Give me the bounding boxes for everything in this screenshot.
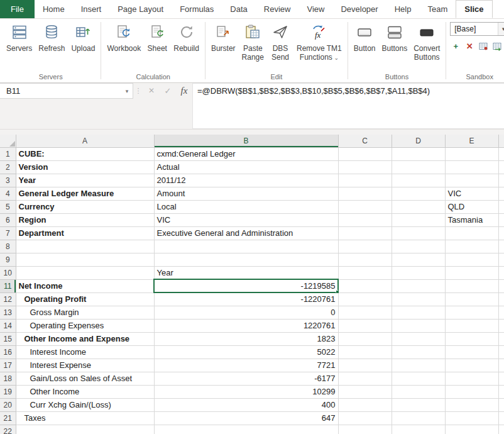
- cell-F22[interactable]: [498, 425, 504, 434]
- cell-C18[interactable]: [338, 372, 392, 385]
- cell-D4[interactable]: [392, 187, 445, 200]
- cell-C11[interactable]: [338, 279, 392, 292]
- cell-A12[interactable]: Operating Profit: [16, 292, 154, 306]
- row-header-5[interactable]: 5: [0, 200, 16, 213]
- cell-C4[interactable]: [338, 187, 392, 200]
- cell-B19[interactable]: 10299: [154, 385, 338, 398]
- row-header-18[interactable]: 18: [0, 372, 16, 385]
- cell-F4[interactable]: [498, 187, 504, 200]
- cell-D17[interactable]: [392, 359, 445, 372]
- ribbon-button-buttons[interactable]: Buttons: [379, 19, 411, 53]
- cell-F17[interactable]: [498, 359, 504, 372]
- ribbon-tab-review[interactable]: Review: [256, 0, 299, 18]
- ribbon-tab-file[interactable]: File: [0, 0, 35, 18]
- cell-B21[interactable]: 647: [154, 411, 338, 425]
- cell-D22[interactable]: [392, 425, 445, 434]
- cell-E20[interactable]: [445, 398, 498, 411]
- cell-D12[interactable]: [392, 292, 445, 306]
- cell-E18[interactable]: [445, 372, 498, 385]
- cell-B18[interactable]: -6177: [154, 372, 338, 385]
- cell-A19[interactable]: Other Income: [16, 385, 154, 398]
- ribbon-tab-view[interactable]: View: [299, 0, 332, 18]
- cancel-icon[interactable]: ✕: [143, 83, 160, 99]
- cell-B10[interactable]: Year: [154, 266, 338, 279]
- cell-F9[interactable]: [498, 253, 504, 266]
- cell-A5[interactable]: Currency: [16, 200, 154, 213]
- ribbon-button-sheet[interactable]: Sheet: [144, 19, 170, 53]
- cell-C1[interactable]: [338, 147, 392, 160]
- add-icon[interactable]: +: [450, 40, 461, 52]
- cell-F10[interactable]: [498, 266, 504, 279]
- cell-B20[interactable]: 400: [154, 398, 338, 411]
- cell-A16[interactable]: Interest Income: [16, 345, 154, 359]
- cell-B2[interactable]: Actual: [154, 160, 338, 174]
- cell-C14[interactable]: [338, 319, 392, 332]
- cell-A1[interactable]: CUBE:: [16, 147, 154, 160]
- cell-F21[interactable]: [498, 411, 504, 425]
- cell-A6[interactable]: Region: [16, 213, 154, 226]
- cell-D16[interactable]: [392, 345, 445, 359]
- record-sandbox-icon[interactable]: [478, 40, 489, 52]
- column-header-f[interactable]: F: [498, 135, 504, 147]
- cell-E2[interactable]: [445, 160, 498, 174]
- column-header-e[interactable]: E: [445, 135, 498, 147]
- column-header-a[interactable]: A: [16, 135, 154, 147]
- cell-B4[interactable]: Amount: [154, 187, 338, 200]
- cell-D3[interactable]: [392, 174, 445, 187]
- row-header-15[interactable]: 15: [0, 332, 16, 345]
- cell-C19[interactable]: [338, 385, 392, 398]
- ribbon-button-burster[interactable]: Burster: [208, 19, 239, 53]
- row-header-1[interactable]: 1: [0, 147, 16, 160]
- row-header-13[interactable]: 13: [0, 306, 16, 319]
- select-all-corner[interactable]: [0, 135, 16, 147]
- cell-C5[interactable]: [338, 200, 392, 213]
- cell-A14[interactable]: Operating Expenses: [16, 319, 154, 332]
- cell-B1[interactable]: cxmd:General Ledger: [154, 147, 338, 160]
- row-header-9[interactable]: 9: [0, 253, 16, 266]
- cell-C3[interactable]: [338, 174, 392, 187]
- cell-C10[interactable]: [338, 266, 392, 279]
- cell-D8[interactable]: [392, 240, 445, 253]
- row-header-16[interactable]: 16: [0, 345, 16, 359]
- insert-function-icon[interactable]: fx: [176, 83, 192, 99]
- cell-E4[interactable]: VIC: [445, 187, 498, 200]
- cell-A15[interactable]: Other Income and Expense: [16, 332, 154, 345]
- cell-C7[interactable]: [338, 226, 392, 240]
- cell-C8[interactable]: [338, 240, 392, 253]
- cell-B15[interactable]: 1823: [154, 332, 338, 345]
- cell-C22[interactable]: [338, 425, 392, 434]
- cell-A22[interactable]: [16, 425, 154, 434]
- ribbon-tab-insert[interactable]: Insert: [73, 0, 110, 18]
- row-header-3[interactable]: 3: [0, 174, 16, 187]
- cell-B12[interactable]: -1220761: [154, 292, 338, 306]
- cell-E5[interactable]: QLD: [445, 200, 498, 213]
- cell-A11[interactable]: Net Income: [16, 279, 154, 292]
- ribbon-button-workbook[interactable]: Workbook: [104, 19, 144, 53]
- cell-F2[interactable]: [498, 160, 504, 174]
- cell-D7[interactable]: [392, 226, 445, 240]
- cell-A18[interactable]: Gain/Loss on Sales of Asset: [16, 372, 154, 385]
- cell-E12[interactable]: [445, 292, 498, 306]
- ribbon-button-remove-tm1-functions[interactable]: fxRemove TM1Functions ⌄: [293, 19, 345, 63]
- fill-handle[interactable]: [336, 290, 339, 293]
- ribbon-button-upload[interactable]: Upload: [68, 19, 98, 53]
- cell-D13[interactable]: [392, 306, 445, 319]
- cell-F18[interactable]: [498, 372, 504, 385]
- cell-B7[interactable]: Executive General and Administration: [154, 226, 338, 240]
- cell-C16[interactable]: [338, 345, 392, 359]
- spreadsheet-grid[interactable]: ABCDEF1CUBE:cxmd:General Ledger2VersionA…: [0, 135, 504, 434]
- cell-C20[interactable]: [338, 398, 392, 411]
- cell-D5[interactable]: [392, 200, 445, 213]
- cell-E1[interactable]: [445, 147, 498, 160]
- ribbon-button-servers[interactable]: Servers: [3, 19, 35, 53]
- cell-B6[interactable]: VIC: [154, 213, 338, 226]
- ribbon-tab-formulas[interactable]: Formulas: [172, 0, 222, 18]
- cell-E22[interactable]: [445, 425, 498, 434]
- cell-A2[interactable]: Version: [16, 160, 154, 174]
- cell-F13[interactable]: [498, 306, 504, 319]
- cell-A13[interactable]: Gross Margin: [16, 306, 154, 319]
- row-header-11[interactable]: 11: [0, 279, 16, 292]
- cell-F11[interactable]: [498, 279, 504, 292]
- cell-D21[interactable]: [392, 411, 445, 425]
- column-header-b[interactable]: B: [154, 135, 338, 147]
